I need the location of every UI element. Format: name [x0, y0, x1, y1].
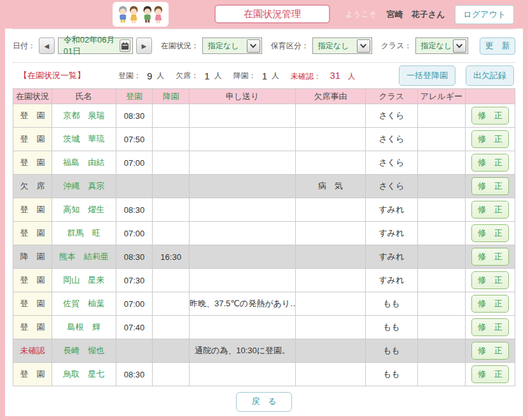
- page-title: 在園状況管理: [214, 4, 330, 24]
- class-name-cell: さくら: [365, 104, 417, 128]
- absence-reason-cell: [296, 245, 366, 269]
- calendar-icon[interactable]: [120, 39, 130, 52]
- edit-button[interactable]: 修 正: [471, 248, 509, 266]
- user-area: ようこそ 宮崎 花子さん ログアウト: [345, 0, 514, 29]
- attendance-record-button[interactable]: 出欠記録: [466, 65, 514, 86]
- allergy-cell: [417, 339, 465, 363]
- class-name-cell: すみれ: [365, 245, 417, 269]
- arrival-time-cell: 07:30: [116, 269, 153, 292]
- handover-note-cell: [189, 128, 295, 151]
- edit-cell: 修 正: [465, 292, 515, 316]
- col-header-arrival: 登園: [116, 89, 153, 104]
- batch-checkinout-button[interactable]: 一括登降園: [399, 65, 455, 86]
- care-filter-value: 指定なし: [318, 41, 349, 51]
- status-cell: 登 園: [13, 104, 52, 128]
- next-date-button[interactable]: ▶: [136, 37, 152, 54]
- departure-time-cell: 16:30: [153, 245, 190, 269]
- prev-date-button[interactable]: ◀: [39, 37, 55, 54]
- departure-time-cell: [153, 339, 190, 363]
- departure-time-cell: [153, 175, 190, 198]
- edit-button[interactable]: 修 正: [471, 365, 509, 383]
- departure-time-cell: [153, 269, 190, 292]
- table-row: 登 園 島根 輝 07:40 もも 修 正: [13, 316, 515, 339]
- status-cell: 登 園: [13, 128, 52, 151]
- absence-reason-cell: [296, 316, 366, 339]
- arrival-time-cell: 07:50: [116, 128, 153, 151]
- absent-count-unit: 人: [214, 71, 222, 81]
- care-filter-label: 保育区分：: [271, 41, 309, 51]
- absence-reason-cell: [296, 198, 366, 222]
- edit-cell: 修 正: [465, 175, 515, 198]
- status-cell: 降 園: [13, 245, 52, 269]
- table-row: 降 園 熊本 結莉亜 08:30 16:30 すみれ 修 正: [13, 245, 515, 269]
- filter-bar: 日付： ◀ 令和02年06月01日 ▶ 在園状況： 指定なし 保育区分： 指定な…: [13, 29, 515, 63]
- col-header-departure: 降園: [153, 89, 190, 104]
- chevron-down-icon: [357, 39, 370, 53]
- allergy-cell: [417, 128, 465, 151]
- date-field[interactable]: 令和02年06月01日: [58, 37, 133, 54]
- page-title-text: 在園状況管理: [244, 8, 301, 20]
- student-name-cell: 岡山 星来: [52, 269, 116, 292]
- edit-cell: 修 正: [465, 222, 515, 245]
- summary-counts: 登園： 9 人 欠席： 1 人 降園： 1 人 未確認： 31 人: [118, 70, 367, 82]
- summary-buttons: 一括登降園 出欠記録: [399, 65, 514, 86]
- edit-button[interactable]: 修 正: [471, 107, 509, 125]
- app-header: 在園状況管理 ようこそ 宮崎 花子さん ログアウト: [0, 0, 528, 29]
- edit-cell: 修 正: [465, 104, 515, 128]
- status-cell: 登 園: [13, 292, 52, 316]
- edit-button[interactable]: 修 正: [471, 154, 509, 172]
- status-filter-label: 在園状況：: [161, 41, 199, 51]
- absence-reason-cell: 病 気: [296, 175, 366, 198]
- edit-cell: 修 正: [465, 245, 515, 269]
- back-button[interactable]: 戻 る: [236, 392, 292, 412]
- absent-count-label: 欠席：: [176, 71, 198, 81]
- class-filter-label: クラス：: [381, 41, 412, 51]
- children-logo: [113, 2, 169, 27]
- footer-actions: 戻 る: [5, 386, 523, 416]
- table-row: 登 園 岡山 星来 07:30 すみれ 修 正: [13, 269, 515, 292]
- table-row: 登 園 福島 由結 07:00 さくら 修 正: [13, 151, 515, 175]
- update-button[interactable]: 更 新: [480, 37, 515, 55]
- logout-button[interactable]: ログアウト: [455, 5, 514, 24]
- care-filter-select[interactable]: 指定なし: [312, 37, 372, 54]
- class-name-cell: もも: [365, 316, 417, 339]
- departure-time-cell: [153, 198, 190, 222]
- departed-count-label: 降園：: [233, 71, 256, 81]
- edit-button[interactable]: 修 正: [471, 271, 509, 289]
- col-header-status: 在園状況: [13, 89, 52, 104]
- status-filter-select[interactable]: 指定なし: [202, 37, 262, 54]
- list-title: 【在園状況一覧】: [19, 70, 85, 81]
- arrival-time-cell: 07:40: [116, 316, 153, 339]
- handover-note-cell: [189, 198, 295, 222]
- class-name-cell: もも: [365, 339, 417, 363]
- class-filter-select[interactable]: 指定なし: [415, 37, 468, 54]
- class-name-cell: すみれ: [365, 269, 417, 292]
- allergy-cell: [417, 363, 465, 386]
- arrival-time-cell: 08:30: [116, 104, 153, 128]
- status-cell: 登 園: [13, 316, 52, 339]
- col-header-note: 申し送り: [189, 89, 295, 104]
- edit-button[interactable]: 修 正: [471, 342, 509, 360]
- absent-count-value: 1: [204, 71, 209, 81]
- status-cell: 欠 席: [13, 175, 52, 198]
- attendance-table: 在園状況 氏名 登園 降園 申し送り 欠席事由 クラス アレルギー 登 園 京都…: [13, 88, 515, 386]
- class-filter-value: 指定なし: [421, 41, 452, 51]
- allergy-cell: [417, 269, 465, 292]
- summary-bar: 【在園状況一覧】 登園： 9 人 欠席： 1 人 降園： 1 人 未確認： 31…: [5, 63, 523, 88]
- table-row: 登 園 京都 泉瑞 08:30 さくら 修 正: [13, 104, 515, 128]
- class-name-cell: もも: [365, 292, 417, 316]
- edit-button[interactable]: 修 正: [471, 130, 509, 148]
- student-name-cell: 福島 由結: [52, 151, 116, 175]
- edit-button[interactable]: 修 正: [471, 224, 509, 242]
- student-name-cell: 長崎 惺也: [52, 339, 116, 363]
- present-count-unit: 人: [156, 71, 164, 81]
- student-name-cell: 沖縄 真宗: [52, 175, 116, 198]
- arrival-time-cell: 07:00: [116, 292, 153, 316]
- col-header-reason: 欠席事由: [296, 89, 366, 104]
- edit-button[interactable]: 修 正: [471, 318, 509, 336]
- children-logo-image: [116, 3, 165, 25]
- edit-button[interactable]: 修 正: [471, 177, 509, 195]
- edit-button[interactable]: 修 正: [471, 201, 509, 219]
- departure-time-cell: [153, 316, 190, 339]
- edit-button[interactable]: 修 正: [471, 295, 509, 313]
